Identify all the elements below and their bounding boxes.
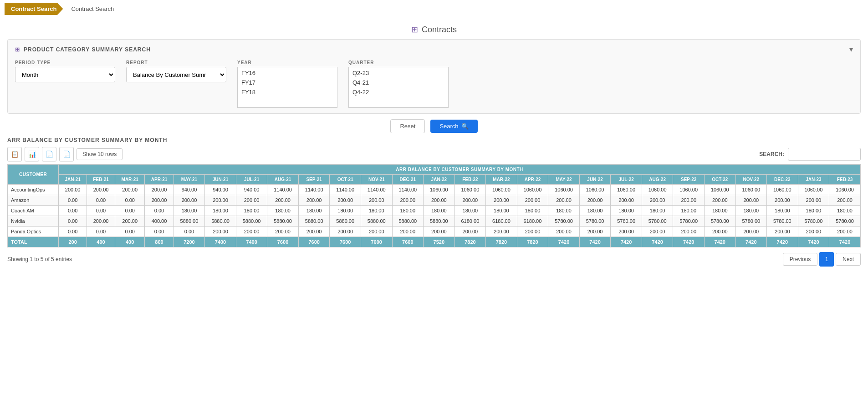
value-cell: 1060.00: [611, 185, 642, 195]
value-cell: 5780.00: [548, 216, 580, 227]
value-cell: 5880.00: [298, 216, 330, 227]
toolbar-left: 📋 📊 📄 📄 Show 10 rows: [7, 147, 123, 161]
quarter-item-q2-23[interactable]: Q2-23: [350, 68, 447, 78]
excel-button[interactable]: 📊: [25, 147, 39, 161]
value-cell: 5780.00: [642, 216, 673, 227]
quarter-listbox[interactable]: Q2-23 Q4-21 Q4-22: [348, 67, 449, 108]
quarter-item-q4-21[interactable]: Q4-21: [350, 78, 447, 87]
table-search-input[interactable]: [788, 148, 861, 161]
value-cell: 0.00: [59, 195, 87, 206]
value-cell: 180.00: [454, 206, 486, 216]
table-row: Amazon0.000.000.00200.00200.00200.00200.…: [8, 195, 861, 206]
total-cell: 7420: [579, 237, 611, 247]
month-header-nov22: NOV-22: [735, 175, 767, 185]
value-cell: 1140.00: [330, 185, 361, 195]
value-cell: 200.00: [174, 195, 205, 206]
filter-row: PERIOD TYPE Month Quarter Year REPORT Ba…: [15, 60, 853, 108]
quarter-label: QUARTER: [348, 60, 449, 65]
total-cell: 7420: [642, 237, 673, 247]
value-cell: 200.00: [330, 227, 361, 237]
value-cell: 0.00: [59, 216, 87, 227]
month-header-oct22: OCT-22: [704, 175, 735, 185]
month-header-may22: MAY-22: [548, 175, 580, 185]
month-header-jul22: JUL-22: [611, 175, 642, 185]
panel-toggle-icon[interactable]: ▾: [849, 45, 853, 54]
next-button[interactable]: Next: [836, 253, 861, 266]
year-item-fy16[interactable]: FY16: [239, 68, 336, 78]
value-cell: 6180.00: [517, 216, 548, 227]
value-cell: 180.00: [298, 206, 330, 216]
reset-button[interactable]: Reset: [390, 119, 425, 133]
value-cell: 180.00: [798, 206, 829, 216]
year-listbox[interactable]: FY16 FY17 FY18: [237, 67, 337, 108]
value-cell: 200.00: [798, 227, 829, 237]
copy-button[interactable]: 📋: [7, 147, 22, 161]
value-cell: 1140.00: [361, 185, 392, 195]
period-type-label: PERIOD TYPE: [15, 60, 115, 65]
value-cell: 5880.00: [330, 216, 361, 227]
month-header-mar21: MAR-21: [115, 175, 145, 185]
show-rows-button[interactable]: Show 10 rows: [77, 148, 123, 160]
year-item-fy17[interactable]: FY17: [239, 78, 336, 87]
toolbar-right: SEARCH:: [759, 148, 861, 161]
breadcrumb-home[interactable]: Contract Search: [5, 3, 63, 15]
month-header-mar22: MAR-22: [486, 175, 517, 185]
value-cell: 200.00: [548, 227, 580, 237]
table-row: Nvidia0.00200.00200.00400.005880.005880.…: [8, 216, 861, 227]
value-cell: 1060.00: [798, 185, 829, 195]
value-cell: 200.00: [673, 227, 705, 237]
value-cell: 6180.00: [486, 216, 517, 227]
data-table-wrap: CUSTOMER ARR BALANCE BY CUSTOMER SUMMARY…: [7, 164, 861, 247]
value-cell: 180.00: [267, 206, 299, 216]
total-cell: 400: [87, 237, 115, 247]
month-header-dec21: DEC-21: [392, 175, 424, 185]
value-cell: 1060.00: [579, 185, 611, 195]
value-cell: 180.00: [174, 206, 205, 216]
month-header-aug22: AUG-22: [642, 175, 673, 185]
results-title: ARR BALANCE BY CUSTOMER SUMMARY BY MONTH: [7, 137, 861, 143]
year-item-fy18[interactable]: FY18: [239, 87, 336, 97]
value-cell: 200.00: [735, 195, 767, 206]
total-cell: 7420: [548, 237, 580, 247]
page-1-button[interactable]: 1: [819, 252, 834, 267]
value-cell: 5780.00: [611, 216, 642, 227]
pdf-button[interactable]: 📄: [59, 147, 74, 161]
table-row: AccountingOps200.00200.00200.00200.00940…: [8, 185, 861, 195]
value-cell: 1060.00: [424, 185, 455, 195]
value-cell: 200.00: [267, 227, 299, 237]
month-header-sep22: SEP-22: [673, 175, 705, 185]
total-cell: 7600: [298, 237, 330, 247]
value-cell: 200.00: [642, 195, 673, 206]
customer-cell: Nvidia: [8, 216, 59, 227]
total-cell: 200: [59, 237, 87, 247]
search-button[interactable]: Search 🔍: [430, 120, 477, 133]
value-cell: 5780.00: [579, 216, 611, 227]
customer-cell: Panda Optics: [8, 227, 59, 237]
value-cell: 200.00: [454, 227, 486, 237]
value-cell: 200.00: [798, 195, 829, 206]
total-cell: 7420: [829, 237, 861, 247]
value-cell: 200.00: [392, 227, 424, 237]
data-table: CUSTOMER ARR BALANCE BY CUSTOMER SUMMARY…: [7, 164, 861, 247]
value-cell: 0.00: [174, 227, 205, 237]
value-cell: 200.00: [486, 227, 517, 237]
value-cell: 200.00: [236, 227, 267, 237]
total-cell: 400: [115, 237, 145, 247]
value-cell: 1060.00: [673, 185, 705, 195]
csv-button[interactable]: 📄: [42, 147, 56, 161]
value-cell: 1060.00: [642, 185, 673, 195]
year-listbox-wrap: FY16 FY17 FY18: [237, 67, 337, 108]
quarter-item-q4-22[interactable]: Q4-22: [350, 87, 447, 97]
value-cell: 200.00: [579, 195, 611, 206]
value-cell: 200.00: [424, 195, 455, 206]
total-cell: 7600: [392, 237, 424, 247]
value-cell: 200.00: [579, 227, 611, 237]
value-cell: 180.00: [704, 206, 735, 216]
report-select[interactable]: Balance By Customer Sumr: [126, 67, 226, 82]
value-cell: 0.00: [115, 227, 145, 237]
showing-text: Showing 1 to 5 of 5 entries: [7, 256, 72, 262]
previous-button[interactable]: Previous: [783, 253, 818, 266]
period-type-select[interactable]: Month Quarter Year: [15, 67, 115, 82]
month-header-feb22: FEB-22: [454, 175, 486, 185]
value-cell: 180.00: [767, 206, 798, 216]
